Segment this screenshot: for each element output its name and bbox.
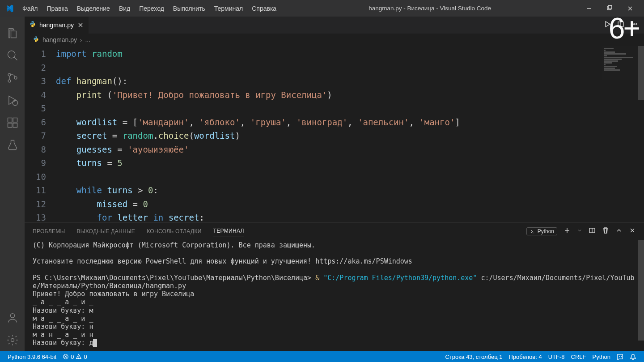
- svg-rect-15: [13, 118, 17, 122]
- status-encoding[interactable]: UTF-8: [545, 353, 568, 360]
- menu-edit[interactable]: Правка: [42, 2, 72, 15]
- menu-run[interactable]: Выполнить: [169, 2, 210, 15]
- svg-point-23: [634, 24, 635, 25]
- panel-tab-terminal[interactable]: ТЕРМИНАЛ: [213, 225, 244, 237]
- status-eol[interactable]: CRLF: [568, 353, 589, 360]
- breadcrumb-file: hangman.py: [42, 36, 77, 43]
- menu-view[interactable]: Вид: [114, 2, 135, 15]
- status-feedback-button[interactable]: [614, 353, 627, 360]
- breadcrumb-symbol: ...: [85, 36, 90, 43]
- status-cursor-position[interactable]: Строка 43, столбец 1: [442, 353, 506, 360]
- panel-tab-problems[interactable]: ПРОБЛЕМЫ: [33, 226, 65, 237]
- tab-hangman[interactable]: hangman.py: [25, 17, 89, 34]
- terminal-scrollbar[interactable]: [638, 229, 644, 341]
- menu-help[interactable]: Справка: [247, 2, 281, 15]
- breadcrumb[interactable]: hangman.py › ...: [25, 34, 644, 46]
- testing-icon[interactable]: [1, 134, 24, 156]
- svg-point-38: [621, 356, 622, 357]
- svg-point-9: [8, 80, 11, 82]
- svg-rect-12: [8, 118, 12, 122]
- svg-point-22: [631, 24, 633, 25]
- svg-rect-14: [13, 123, 17, 127]
- editor-tabs: hangman.py: [25, 17, 644, 34]
- search-icon[interactable]: [1, 44, 24, 67]
- accounts-icon[interactable]: [1, 307, 24, 329]
- status-python-version[interactable]: Python 3.9.6 64-bit: [4, 353, 59, 360]
- svg-point-17: [11, 339, 14, 342]
- minimize-button[interactable]: [579, 0, 599, 17]
- minimap[interactable]: [602, 46, 638, 80]
- terminal-type-selector[interactable]: Python: [526, 227, 557, 235]
- status-language[interactable]: Python: [589, 353, 614, 360]
- titlebar: Файл Правка Выделение Вид Переход Выполн…: [0, 0, 644, 17]
- maximize-button[interactable]: [599, 0, 620, 17]
- split-terminal-button[interactable]: [589, 227, 596, 235]
- svg-point-6: [8, 51, 15, 58]
- panel-tab-debug-console[interactable]: КОНСОЛЬ ОТЛАДКИ: [147, 226, 201, 237]
- maximize-panel-button[interactable]: [615, 227, 623, 235]
- close-button[interactable]: [620, 0, 640, 17]
- menu-bar: Файл Правка Выделение Вид Переход Выполн…: [18, 2, 281, 15]
- minimize-icon: [585, 5, 593, 12]
- window-controls: [579, 0, 640, 17]
- chevron-right-icon: ›: [80, 37, 82, 43]
- svg-rect-2: [608, 5, 612, 9]
- activity-bar: [0, 17, 25, 351]
- close-icon: [77, 21, 84, 29]
- split-editor-button[interactable]: [617, 21, 624, 30]
- explorer-icon[interactable]: [1, 22, 24, 44]
- svg-line-7: [14, 57, 17, 60]
- source-control-icon[interactable]: [1, 67, 24, 89]
- menu-selection[interactable]: Выделение: [72, 2, 114, 15]
- menu-file[interactable]: Файл: [18, 2, 42, 15]
- svg-rect-13: [8, 123, 12, 127]
- tab-label: hangman.py: [39, 21, 74, 29]
- window-title: hangman.py - Виселица - Visual Studio Co…: [281, 5, 579, 12]
- extensions-icon[interactable]: [1, 111, 24, 134]
- terminal-dropdown-button[interactable]: [577, 228, 582, 234]
- run-file-button[interactable]: [604, 21, 611, 30]
- menu-terminal[interactable]: Терминал: [210, 2, 247, 15]
- close-icon: [627, 5, 634, 12]
- menu-go[interactable]: Переход: [135, 2, 169, 15]
- maximize-icon: [606, 5, 613, 12]
- kill-terminal-button[interactable]: [602, 227, 609, 235]
- bottom-panel: ПРОБЛЕМЫ ВЫХОДНЫЕ ДАННЫЕ КОНСОЛЬ ОТЛАДКИ…: [25, 222, 644, 351]
- status-bar: Python 3.9.6 64-bit 0 0 Строка 43, столб…: [0, 351, 644, 362]
- svg-point-36: [79, 358, 79, 358]
- panel-tab-output[interactable]: ВЫХОДНЫЕ ДАННЫЕ: [76, 226, 135, 237]
- terminal-output[interactable]: (C) Корпорация Майкрософт (Microsoft Cor…: [25, 239, 644, 351]
- code-editor[interactable]: 12345678910111213 import randomdef hangm…: [25, 46, 644, 222]
- python-file-icon: [29, 21, 36, 29]
- svg-point-10: [14, 77, 17, 79]
- status-problems[interactable]: 0 0: [59, 353, 90, 360]
- new-terminal-button[interactable]: [564, 227, 571, 235]
- settings-icon[interactable]: [1, 329, 24, 351]
- line-gutter: 12345678910111213: [25, 46, 56, 222]
- run-debug-icon[interactable]: [1, 89, 24, 111]
- svg-point-8: [8, 73, 11, 76]
- editor-scrollbar[interactable]: [638, 46, 644, 240]
- tab-close-button[interactable]: [77, 21, 84, 29]
- svg-point-37: [619, 356, 620, 357]
- vscode-logo-icon: [5, 4, 13, 13]
- status-indentation[interactable]: Пробелов: 4: [505, 353, 545, 360]
- close-panel-button[interactable]: [629, 227, 636, 235]
- code-content[interactable]: import randomdef hangman(): print ('Прив…: [56, 46, 644, 222]
- svg-point-16: [10, 314, 14, 318]
- svg-point-24: [636, 24, 637, 25]
- status-notifications-button[interactable]: [627, 353, 640, 360]
- python-file-icon: [33, 36, 39, 44]
- more-actions-button[interactable]: [631, 21, 638, 30]
